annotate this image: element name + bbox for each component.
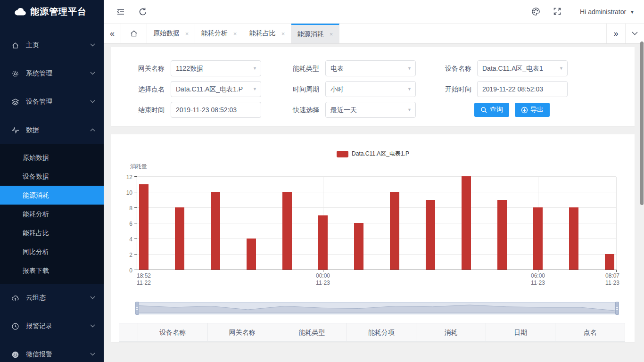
refresh-icon[interactable] bbox=[138, 7, 148, 17]
field-label: 选择点名 bbox=[132, 81, 165, 97]
tab-home[interactable] bbox=[121, 24, 147, 43]
y-axis-title: 消耗量 bbox=[130, 163, 147, 171]
app-logo: 能源管理平台 bbox=[0, 0, 104, 24]
sidebar-item-label: 云组态 bbox=[26, 294, 46, 302]
tab-label: 能耗分析 bbox=[201, 29, 228, 38]
submenu-item-energy-consumption[interactable]: 能源消耗 bbox=[0, 186, 104, 205]
tabs-menu-icon[interactable] bbox=[625, 24, 644, 43]
sidebar-item-label: 设备管理 bbox=[26, 98, 52, 106]
cloud-upload-icon bbox=[11, 294, 19, 302]
chevron-down-icon bbox=[90, 72, 95, 75]
datazoom-left-handle[interactable] bbox=[135, 302, 139, 315]
window-scrollbar-thumb[interactable] bbox=[640, 41, 644, 205]
tab-label: 能源消耗 bbox=[297, 30, 324, 39]
bar-12 bbox=[569, 207, 578, 270]
device-select[interactable]: Data.C11.A区_电表1▼ bbox=[477, 60, 568, 76]
chart-legend[interactable]: Data.C11.A区_电表1.P bbox=[111, 150, 635, 158]
tabs-scroll-left-icon[interactable]: « bbox=[104, 24, 121, 43]
sidebar-item-devices[interactable]: 设备管理 bbox=[0, 88, 104, 116]
tab-consumption-ratio[interactable]: 能耗占比× bbox=[243, 24, 291, 43]
gridline-h bbox=[137, 239, 616, 239]
period-select[interactable]: 小时▼ bbox=[325, 81, 416, 97]
sidebar-item-home[interactable]: 主页 bbox=[0, 31, 104, 59]
bar-0 bbox=[139, 184, 149, 270]
tab-raw-data[interactable]: 原始数据× bbox=[147, 24, 195, 43]
end-time-input[interactable]: 2019-11-23 08:52:03 bbox=[171, 102, 261, 118]
field-label: 时间周期 bbox=[286, 81, 319, 97]
table-column-energy-type: 能耗类型 bbox=[277, 323, 347, 341]
tabs-scroll-right-icon[interactable]: » bbox=[606, 24, 625, 43]
select-value: Data.C11.A区_电表1 bbox=[482, 65, 543, 72]
bar-8 bbox=[426, 200, 435, 270]
close-icon[interactable]: × bbox=[330, 31, 333, 38]
export-button-label: 导出 bbox=[530, 106, 544, 114]
query-button[interactable]: 查询 bbox=[474, 103, 509, 117]
caret-down-icon: ▼ bbox=[559, 61, 563, 76]
energy-type-select[interactable]: 电表▼ bbox=[325, 60, 416, 76]
field-label: 设备名称 bbox=[438, 60, 471, 76]
bar-6 bbox=[354, 223, 363, 270]
sidebar-item-wechat-alarm[interactable]: 微信报警 bbox=[0, 340, 104, 362]
bar-3 bbox=[247, 239, 256, 270]
tab-energy-consumption[interactable]: 能源消耗× bbox=[291, 24, 339, 43]
query-form: 网关名称 1122数据▼ 能耗类型 电表▼ 设备名称 Data.C11.A区_电… bbox=[111, 47, 635, 126]
sidebar-item-alarm-log[interactable]: 报警记录 bbox=[0, 312, 104, 340]
gridline-h bbox=[137, 223, 616, 223]
bar-9 bbox=[462, 176, 471, 270]
collapse-sidebar-icon[interactable] bbox=[116, 7, 126, 17]
submenu-item-consumption-ratio[interactable]: 能耗占比 bbox=[0, 223, 104, 242]
tab-consumption-analysis[interactable]: 能耗分析× bbox=[195, 24, 243, 43]
submenu-item-raw-data[interactable]: 原始数据 bbox=[0, 148, 104, 167]
chevron-down-icon bbox=[90, 324, 95, 328]
chart-panel: Data.C11.A区_电表1.P 消耗量 02468101218:52 11-… bbox=[111, 134, 635, 342]
legend-label: Data.C11.A区_电表1.P bbox=[352, 150, 409, 158]
datazoom-slider[interactable] bbox=[137, 302, 618, 314]
wechat-icon bbox=[11, 351, 19, 359]
chevron-up-icon bbox=[90, 128, 95, 132]
gateway-select[interactable]: 1122数据▼ bbox=[171, 60, 261, 76]
sidebar: 能源管理平台 主页 系统管理 设备管理 bbox=[0, 0, 104, 362]
close-icon[interactable]: × bbox=[233, 30, 237, 37]
y-tick-label: 6 bbox=[129, 221, 132, 227]
table-column-point: 点名 bbox=[555, 323, 625, 341]
submenu-item-report-download[interactable]: 报表下载 bbox=[0, 261, 104, 280]
submenu-item-consumption-analysis[interactable]: 能耗分析 bbox=[0, 205, 104, 223]
point-select[interactable]: Data.C11.A区_电表1.P▼ bbox=[171, 81, 261, 97]
tab-label: 原始数据 bbox=[153, 29, 180, 38]
close-icon[interactable]: × bbox=[281, 30, 285, 37]
sidebar-item-label: 主页 bbox=[26, 41, 39, 49]
table-column-date: 日期 bbox=[486, 323, 556, 341]
submenu-item-yoy-analysis[interactable]: 同比分析 bbox=[0, 242, 104, 261]
bar-5 bbox=[318, 215, 328, 270]
result-table-header: 设备名称 网关名称 能耗类型 能耗分项 消耗 日期 点名 bbox=[119, 323, 625, 342]
select-value: 1122数据 bbox=[176, 65, 203, 72]
fullscreen-icon[interactable] bbox=[553, 7, 563, 17]
close-icon[interactable]: × bbox=[185, 30, 189, 37]
table-column-consumption: 消耗 bbox=[416, 323, 486, 341]
sidebar-item-label: 系统管理 bbox=[26, 69, 52, 78]
chevron-down-icon bbox=[90, 296, 95, 299]
quick-select[interactable]: 最近一天▼ bbox=[325, 102, 416, 118]
caret-down-icon: ▼ bbox=[253, 82, 257, 97]
user-menu[interactable]: Hi administrator ▼ bbox=[580, 0, 635, 24]
theme-palette-icon[interactable] bbox=[531, 7, 541, 17]
export-button[interactable]: 导出 bbox=[515, 103, 550, 117]
submenu-item-device-data[interactable]: 设备数据 bbox=[0, 167, 104, 186]
start-time-input[interactable]: 2019-11-22 08:52:03 bbox=[477, 81, 568, 97]
select-value: 最近一天 bbox=[330, 106, 357, 114]
x-axis-tick bbox=[538, 270, 538, 272]
caret-down-icon: ▼ bbox=[407, 82, 412, 97]
y-tick-label: 12 bbox=[126, 174, 132, 181]
sidebar-item-data[interactable]: 数据 bbox=[0, 116, 104, 144]
table-column-subitem: 能耗分项 bbox=[347, 323, 417, 341]
datazoom-right-handle[interactable] bbox=[615, 302, 619, 315]
gridline-h bbox=[137, 192, 616, 192]
sidebar-item-system[interactable]: 系统管理 bbox=[0, 59, 104, 88]
sidebar-nav: 主页 系统管理 设备管理 数 bbox=[0, 24, 104, 362]
sidebar-item-cloud-scada[interactable]: 云组态 bbox=[0, 284, 104, 312]
bar-1 bbox=[175, 207, 184, 270]
y-tick-label: 0 bbox=[129, 267, 132, 274]
query-button-label: 查询 bbox=[490, 106, 503, 114]
x-tick-label: 00:00 11-23 bbox=[316, 272, 330, 287]
user-greeting: Hi administrator bbox=[580, 8, 626, 16]
